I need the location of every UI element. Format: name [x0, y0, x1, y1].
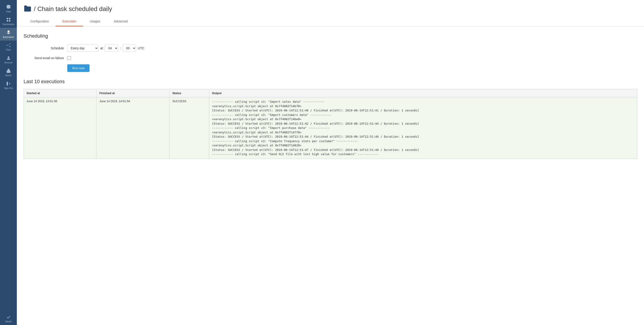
utc-label: UTC: [138, 46, 144, 50]
minute-select[interactable]: 00 153045: [123, 45, 136, 52]
sidebar-item-signout-label: Sign-Out: [4, 87, 13, 89]
executions-section-title: Last 10 executions: [24, 79, 637, 84]
scheduling-section-title: Scheduling: [24, 33, 637, 39]
svg-point-8: [8, 56, 9, 58]
sidebar: Data Dashboards Automation Flow Account …: [0, 0, 17, 325]
svg-point-5: [6, 45, 8, 46]
svg-point-6: [10, 43, 10, 44]
tab-execution[interactable]: Execution: [56, 17, 83, 26]
col-status: Status: [170, 89, 209, 97]
hour-select[interactable]: 04 00010203 05060708 09101112 13141516 1…: [105, 45, 118, 52]
sidebar-item-account[interactable]: Account: [0, 53, 17, 66]
sidebar-item-signout[interactable]: Sign-Out: [0, 79, 17, 92]
at-label: at: [100, 46, 103, 50]
sidebar-item-flow[interactable]: Flow: [0, 40, 17, 53]
svg-rect-1: [6, 18, 8, 19]
tab-usages[interactable]: Usages: [83, 17, 107, 26]
email-failure-label: Send email on failure: [24, 56, 64, 60]
col-finished-at: Finished at: [97, 89, 170, 97]
signout-icon: [6, 81, 11, 86]
folder-icon: [24, 4, 32, 13]
saved-label: Saved: [5, 320, 12, 323]
dashboards-icon: [6, 17, 11, 22]
main-content: / Chain task scheduled daily Configurati…: [17, 0, 644, 325]
cell-output: ------------ calling script v3: "Import …: [209, 97, 637, 159]
svg-rect-4: [9, 20, 10, 21]
saved-item[interactable]: Saved: [0, 313, 17, 325]
col-started-at: Started at: [24, 89, 97, 97]
table-row: June 14 2019, 14:51:38 June 14 2019, 14:…: [24, 97, 637, 159]
tab-configuration[interactable]: Configuration: [24, 17, 56, 26]
admin-icon: [6, 68, 11, 73]
run-now-button[interactable]: Run now: [67, 64, 90, 72]
schedule-label: Schedule: [24, 46, 64, 50]
svg-point-7: [10, 46, 10, 47]
sidebar-item-data-label: Data: [6, 10, 11, 13]
page-title: / Chain task scheduled daily: [34, 5, 112, 12]
svg-rect-9: [6, 71, 10, 73]
svg-rect-3: [6, 20, 8, 21]
cell-started: June 14 2019, 14:51:38: [24, 97, 97, 159]
schedule-select[interactable]: Every day Every hour Every week Every mo…: [67, 45, 98, 52]
content-area: Scheduling Schedule Every day Every hour…: [17, 26, 644, 166]
automation-icon: [6, 30, 11, 35]
schedule-controls: Every day Every hour Every week Every mo…: [67, 45, 144, 52]
cell-status: SUCCESS: [170, 97, 209, 159]
flow-icon: [6, 43, 11, 48]
cell-finished: June 14 2019, 14:51:54: [97, 97, 170, 159]
email-failure-checkbox[interactable]: [67, 56, 71, 60]
check-icon: [6, 315, 11, 320]
sidebar-item-dashboards[interactable]: Dashboards: [0, 15, 17, 28]
sidebar-item-automation-label: Automation: [3, 36, 14, 38]
sidebar-item-automation[interactable]: Automation: [0, 28, 17, 40]
schedule-row: Schedule Every day Every hour Every week…: [24, 45, 637, 52]
executions-section: Last 10 executions Started at Finished a…: [24, 79, 637, 159]
sidebar-item-data[interactable]: Data: [0, 2, 17, 15]
sidebar-item-flow-label: Flow: [6, 49, 11, 51]
email-row: Send email on failure: [24, 56, 637, 60]
sidebar-item-admin[interactable]: Admin: [0, 66, 17, 79]
svg-rect-2: [9, 18, 10, 19]
colon-label: :: [120, 46, 121, 50]
data-icon: [6, 4, 11, 9]
sidebar-bottom: Saved: [0, 313, 17, 325]
sidebar-item-admin-label: Admin: [5, 74, 12, 77]
tab-advanced[interactable]: Advanced: [107, 17, 134, 26]
sidebar-item-account-label: Account: [4, 61, 12, 64]
tabs-bar: Configuration Execution Usages Advanced: [17, 17, 644, 26]
account-icon: [6, 56, 11, 60]
executions-table: Started at Finished at Status Output Jun…: [24, 89, 637, 159]
page-header: / Chain task scheduled daily: [17, 0, 644, 13]
sidebar-item-dashboards-label: Dashboards: [2, 23, 14, 25]
col-output: Output: [209, 89, 637, 97]
